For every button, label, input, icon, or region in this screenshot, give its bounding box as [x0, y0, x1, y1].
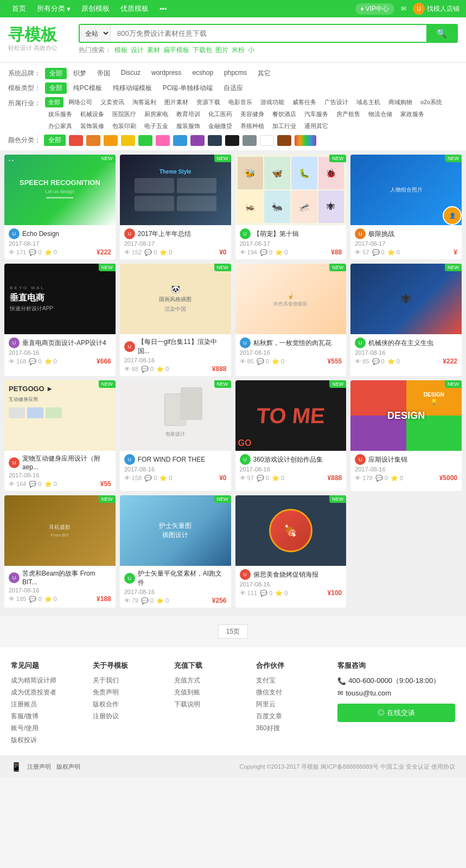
vip-center-btn[interactable]: ♦ VIP中心	[355, 3, 394, 15]
card-2[interactable]: Theme Style NEW U 2017年上半年总结 2017-08-17	[120, 155, 231, 259]
chat-button[interactable]: ◎ 在线交谈	[337, 704, 455, 722]
industry-all[interactable]: 全部	[45, 97, 63, 107]
brand-wordpress[interactable]: wordpress	[147, 68, 186, 79]
card-9[interactable]: PETGOGO ► 互动健身应用 NEW U 宠物互动健身应用设计（附aep..…	[4, 380, 116, 491]
color-yellow[interactable]	[121, 135, 135, 146]
brand-all[interactable]: 全部	[45, 68, 67, 79]
card-13[interactable]: 耳机摄影 From BIT NEW U 苦虎和Beam的故事 From BIT.…	[4, 495, 116, 608]
footer-register-link[interactable]: 注册声明	[27, 763, 51, 771]
color-gray[interactable]	[242, 135, 257, 146]
card-8[interactable]: 🕷 NEW U 机械侠的存在主义生虫 2017-08-16 👁 85 💬 0 ⭐…	[350, 264, 462, 376]
card-6[interactable]: 🐼 国画风格插图 渲染中国 NEW U 【每日一gif台集11】渲染中国... …	[120, 264, 231, 376]
industry-machinery[interactable]: 机械设备	[77, 109, 107, 119]
footer-link-service[interactable]: 客服/微博	[11, 712, 85, 721]
hot-tag-small[interactable]: 小	[248, 46, 254, 55]
type-adaptive[interactable]: 自适应	[219, 82, 247, 94]
industry-resource[interactable]: 资源下载	[193, 97, 224, 107]
hot-tag-design[interactable]: 设计	[131, 46, 144, 55]
nav-more[interactable]: •••	[154, 5, 173, 13]
footer-link-account[interactable]: 账号/使用	[11, 724, 85, 733]
card-11[interactable]: TO ME GO NEW U 360游戏设计创始作品集 2017-08-16 👁…	[235, 380, 347, 491]
footer-link-download-guide[interactable]: 下载说明	[174, 700, 248, 709]
hot-tag-download[interactable]: 下载包	[193, 46, 212, 55]
brand-ecshop[interactable]: ecshop	[188, 68, 218, 79]
industry-chemical[interactable]: 化工医药	[205, 109, 235, 119]
industry-domain[interactable]: 域名主机	[353, 97, 384, 107]
page-indicator[interactable]: 15页	[218, 624, 248, 639]
industry-farming[interactable]: 养殖种植	[237, 121, 267, 131]
color-pink[interactable]	[156, 135, 170, 146]
type-all[interactable]: 全部	[45, 82, 67, 94]
color-red[interactable]	[69, 135, 83, 146]
type-pc-mobile[interactable]: PC端-单独移动端	[158, 82, 218, 94]
hot-tag-flat[interactable]: 扁平模板	[163, 46, 189, 55]
hot-tag-material[interactable]: 素材	[147, 46, 160, 55]
industry-processing[interactable]: 加工行业	[269, 121, 299, 131]
hot-tag-image[interactable]: 图片	[215, 46, 228, 55]
industry-medical[interactable]: 医院医疗	[109, 109, 139, 119]
card-7[interactable]: 🍦 肉色系食物摄影 NEW U 粘秋辉，一枚觉悟的肉瓦花 2017-08-16 …	[235, 264, 347, 376]
industry-home[interactable]: 家政服务	[397, 109, 427, 119]
industry-taobao[interactable]: 淘客返利	[129, 97, 159, 107]
industry-clothing[interactable]: 服装服饰	[173, 121, 203, 131]
footer-link-aliyun[interactable]: 阿里云	[256, 700, 330, 709]
brand-discuz[interactable]: Discuz	[117, 68, 145, 79]
type-pc[interactable]: 纯PC模板	[69, 82, 106, 94]
industry-realestate[interactable]: 房产租售	[333, 109, 363, 119]
color-gold[interactable]	[104, 135, 118, 146]
color-all[interactable]: 全部	[44, 135, 66, 146]
nav-premium[interactable]: 优质模板	[115, 4, 154, 14]
brand-diguo[interactable]: 帝国	[93, 68, 114, 79]
industry-movie[interactable]: 电影音乐	[225, 97, 256, 107]
footer-link-collab[interactable]: 版权合作	[93, 700, 167, 709]
card-15[interactable]: 🍖 NEW U 俯思美食烧烤促销海报 2017-08-16 👁 111 💬 0 …	[235, 495, 347, 608]
hot-tag-template[interactable]: 模板	[114, 46, 127, 55]
industry-food[interactable]: 餐饮酒店	[269, 109, 299, 119]
type-mobile[interactable]: 纯移动端模板	[108, 82, 156, 94]
card-10[interactable]: 包装设计 NEW U FOR WIND FOR THEE 2017-08-16 …	[120, 380, 231, 491]
search-input[interactable]	[111, 25, 426, 42]
color-blue[interactable]	[173, 135, 187, 146]
footer-link-recharge-method[interactable]: 充值方式	[174, 676, 248, 685]
footer-link-copyright[interactable]: 版权投诉	[11, 736, 85, 745]
footer-link-disclaimer[interactable]: 免责声明	[93, 688, 167, 697]
color-black[interactable]	[225, 135, 239, 146]
footer-link-register[interactable]: 注册账员	[11, 700, 85, 709]
footer-link-alipay[interactable]: 支付宝	[256, 676, 330, 685]
footer-link-about[interactable]: 关于我们	[93, 676, 167, 685]
industry-entertainment[interactable]: 娱乐服务	[45, 109, 75, 119]
industry-auto[interactable]: 汽车服务	[301, 109, 331, 119]
industry-beauty[interactable]: 美容健身	[237, 109, 267, 119]
industry-ad[interactable]: 广告设计	[321, 97, 352, 107]
industry-task[interactable]: 威客任务	[289, 97, 320, 107]
industry-kitchen[interactable]: 厨房家电	[141, 109, 171, 119]
industry-logistics[interactable]: 物流仓储	[365, 109, 395, 119]
industry-print[interactable]: 包装印刷	[109, 121, 139, 131]
color-green[interactable]	[138, 135, 152, 146]
industry-charity[interactable]: 义卖资讯	[97, 97, 127, 107]
brand-phpcms[interactable]: phpcms	[220, 68, 251, 79]
card-5[interactable]: BEYO MAL 垂直电商 快速分析设计APP NEW U 垂直电商页面设计-A…	[4, 264, 116, 376]
search-scope-select[interactable]: 全站	[80, 25, 111, 42]
color-brown[interactable]	[277, 135, 291, 146]
card-14[interactable]: 护士矢量图插图设计 NEW U 护士矢量平化竖素材，AI跑文件 2017-08-…	[120, 495, 231, 608]
industry-image[interactable]: 图片素材	[161, 97, 191, 107]
color-gradient[interactable]	[295, 135, 316, 146]
weibo-icon[interactable]: 📱	[11, 762, 22, 772]
footer-copyright-link[interactable]: 版权声明	[56, 763, 80, 771]
hot-tag-mifeng[interactable]: 米粉	[232, 46, 245, 55]
card-12[interactable]: DESIGN💡 DESIGN NEW U 应期设计集锦 2017-08-16 👁…	[350, 380, 462, 491]
industry-net[interactable]: 网络公司	[65, 97, 95, 107]
footer-link-recharge-arrival[interactable]: 充值到账	[174, 688, 248, 697]
industry-office[interactable]: 办公家具	[45, 121, 75, 131]
card-4[interactable]: 人物组合照片 NEW 👤 U 极限挑战 2017-08-17 👁 57 💬 0 …	[350, 155, 462, 259]
footer-link-wechat[interactable]: 微信支付	[256, 688, 330, 697]
nav-original[interactable]: 原创模板	[76, 4, 115, 14]
card-1[interactable]: SPEECH RECOGNITION Let us design • • NEW…	[4, 155, 116, 259]
nav-categories[interactable]: 所有分类 ▾	[31, 4, 76, 14]
industry-electronic[interactable]: 电子五金	[141, 121, 171, 131]
color-orange[interactable]	[86, 135, 100, 146]
search-button[interactable]: 🔍	[426, 25, 457, 42]
industry-decor[interactable]: 装饰装修	[77, 121, 107, 131]
footer-link-designer[interactable]: 成为精简设计师	[11, 676, 85, 685]
